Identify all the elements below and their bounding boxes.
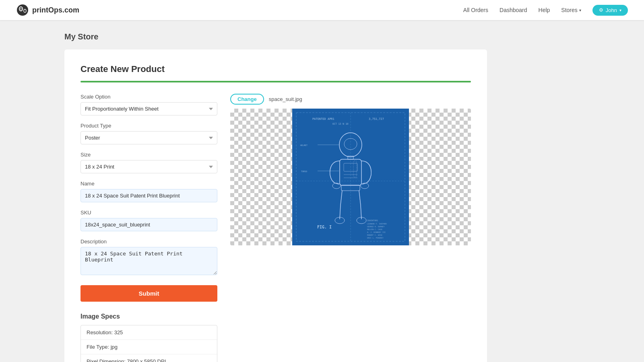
sku-group: SKU bbox=[80, 210, 217, 231]
image-header: Change space_suit.jpg bbox=[230, 94, 471, 105]
spec-row-filetype: File Type: jpg bbox=[81, 340, 217, 354]
spec-row-pixel-dimension: Pixel Dimension: 7800 x 5850 DPI bbox=[81, 354, 217, 362]
size-select[interactable]: 18 x 24 Print 11 x 14 Print 24 x 36 Prin… bbox=[80, 160, 217, 173]
svg-text:PATENTED APR1: PATENTED APR1 bbox=[312, 117, 334, 121]
svg-text:GEORGE R. DURNEY: GEORGE R. DURNEY bbox=[367, 226, 385, 228]
form-column: Scale Option Fit Proportionately Within … bbox=[80, 94, 217, 362]
svg-text:TORSO: TORSO bbox=[301, 170, 307, 173]
name-group: Name bbox=[80, 181, 217, 202]
scale-option-label: Scale Option bbox=[80, 94, 217, 100]
description-group: Description 18 x 24 Space Suit Patent Pr… bbox=[80, 239, 217, 276]
svg-point-2 bbox=[21, 8, 22, 10]
form-image-row: Scale Option Fit Proportionately Within … bbox=[80, 94, 471, 362]
size-group: Size 18 x 24 Print 11 x 14 Print 24 x 36… bbox=[80, 152, 217, 173]
name-label: Name bbox=[80, 181, 217, 187]
svg-text:HELMET: HELMET bbox=[300, 144, 308, 146]
product-type-label: Product Type bbox=[80, 123, 217, 129]
page-wrapper: My Store Create New Product Scale Option… bbox=[0, 20, 644, 362]
brand-icon bbox=[16, 4, 29, 16]
nav-help[interactable]: Help bbox=[539, 7, 550, 13]
gear-icon: ⚙ bbox=[599, 7, 603, 13]
svg-text:3,751,727: 3,751,727 bbox=[369, 117, 384, 121]
svg-text:FIG. I: FIG. I bbox=[317, 225, 332, 229]
scale-option-group: Scale Option Fit Proportionately Within … bbox=[80, 94, 217, 115]
nav-all-orders[interactable]: All Orders bbox=[463, 7, 488, 13]
image-specs-table: Resolution: 325 File Type: jpg Pixel Dim… bbox=[80, 325, 217, 362]
nav-stores[interactable]: Stores ▾ bbox=[561, 7, 581, 13]
user-name: John bbox=[606, 7, 617, 13]
progress-bar-container bbox=[80, 81, 471, 82]
sku-input[interactable] bbox=[80, 218, 217, 231]
spec-row-resolution: Resolution: 325 bbox=[81, 325, 217, 340]
size-label: Size bbox=[80, 152, 217, 158]
product-type-select[interactable]: Poster Canvas Framed Print Metal Print bbox=[80, 131, 217, 144]
name-input[interactable] bbox=[80, 189, 217, 202]
scale-option-select[interactable]: Fit Proportionately Within Sheet Fit Pro… bbox=[80, 102, 217, 115]
svg-text:OCT 13 N 10: OCT 13 N 10 bbox=[332, 122, 349, 125]
svg-rect-4 bbox=[292, 109, 409, 245]
svg-text:INVENTORS: INVENTORS bbox=[367, 219, 378, 222]
user-chevron-icon: ▾ bbox=[619, 8, 621, 12]
image-column: Change space_suit.jpg PATENTED A bbox=[230, 94, 471, 362]
nav-stores-label: Stores bbox=[561, 7, 577, 13]
svg-text:ERIC L. PINGREY: ERIC L. PINGREY bbox=[367, 237, 384, 239]
progress-bar-fill bbox=[80, 81, 471, 82]
blueprint-image: PATENTED APR1 3,751,727 OCT 13 N 10 bbox=[292, 109, 409, 245]
sku-label: SKU bbox=[80, 210, 217, 216]
image-filename: space_suit.jpg bbox=[269, 96, 302, 102]
change-image-button[interactable]: Change bbox=[230, 94, 264, 105]
svg-text:MELVIN C. CASE: MELVIN C. CASE bbox=[367, 228, 382, 230]
brand-logo[interactable]: printOps.com bbox=[16, 4, 79, 16]
description-label: Description bbox=[80, 239, 217, 245]
create-product-card: Create New Product Scale Option Fit Prop… bbox=[64, 49, 487, 362]
image-specs-title: Image Specs bbox=[80, 313, 217, 320]
brand-name: printOps.com bbox=[32, 6, 79, 14]
nav-dashboard[interactable]: Dashboard bbox=[500, 7, 527, 13]
svg-text:LEONARD F. SHEPARD: LEONARD F. SHEPARD bbox=[367, 223, 387, 225]
svg-text:ROBERT C. WISE: ROBERT C. WISE bbox=[367, 234, 382, 236]
navbar: printOps.com All Orders Dashboard Help S… bbox=[0, 0, 644, 20]
card-title: Create New Product bbox=[80, 64, 471, 74]
submit-button[interactable]: Submit bbox=[80, 285, 217, 302]
description-textarea[interactable]: 18 x 24 Space Suit Patent Print Blueprin… bbox=[80, 247, 217, 275]
navbar-links: All Orders Dashboard Help Stores ▾ ⚙ Joh… bbox=[463, 5, 628, 16]
page-title: My Store bbox=[64, 32, 580, 41]
image-preview-box: PATENTED APR1 3,751,727 OCT 13 N 10 bbox=[230, 109, 471, 245]
stores-chevron-icon: ▾ bbox=[579, 8, 581, 12]
product-type-group: Product Type Poster Canvas Framed Print … bbox=[80, 123, 217, 144]
user-menu-button[interactable]: ⚙ John ▾ bbox=[592, 5, 628, 16]
svg-text:A. J. KENNEDY III: A. J. KENNEDY III bbox=[367, 231, 386, 233]
